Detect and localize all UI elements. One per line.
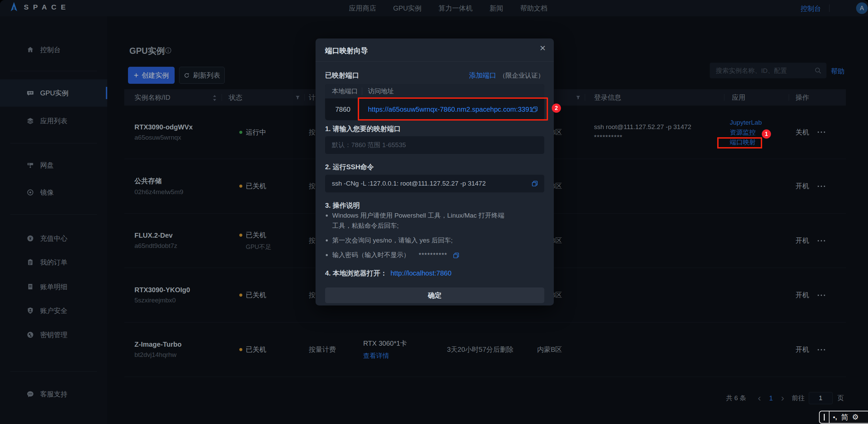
port-mapping-modal: 端口映射向导 × 已映射端口 添加端口 （限企业认证） 本地端口 访问地址 78… [316,38,554,305]
ime-toolbar[interactable]: •, 简 ⚙ [819,411,868,424]
modal-divider [316,61,554,62]
add-port-link[interactable]: 添加端口 [469,71,496,80]
bullet-text: Windows 用户请使用 Powershell 工具，Linux/Mac 打开… [332,210,505,231]
close-icon[interactable]: × [540,42,546,54]
bullet-text: 第一次会询问 yes/no，请输入 yes 后回车; [332,235,453,246]
tutorial-step-badge-2: 2 [552,104,561,113]
ime-divider [829,411,830,423]
tutorial-highlight-box-url [358,97,548,121]
instruction-bullet: 第一次会询问 yes/no，请输入 yes 后回车; [325,235,505,246]
mapped-ports-label: 已映射端口 [325,71,359,80]
url-col-header: 访问地址 [368,87,394,96]
app-window: SPACE 应用商店GPU实例算力一体机新闻帮助文档 控制台 A 控制台GPU实… [0,0,868,424]
bullet-text: 输入密码（输入时不显示） [332,250,410,260]
step4-title: 4. 本地浏览器打开： [325,269,387,278]
ssh-command-box: ssh -CNg -L :127.0.0.1: root@111.127.52.… [325,175,544,192]
port-col-header: 本地端口 [332,87,362,96]
copy-icon[interactable] [531,180,538,187]
table-divider [362,88,362,95]
step2-title: 2. 运行SSH命令 [325,162,374,172]
localhost-link[interactable]: http://localhost:7860 [390,269,451,277]
add-port-note: （限企业认证） [499,71,544,80]
step3-title: 3. 操作说明 [325,201,360,210]
port-input[interactable] [325,136,544,154]
ssh-command: ssh -CNg -L :127.0.0.1: root@111.127.52.… [332,180,531,187]
password-mask: ********** [419,250,447,260]
step1-title: 1. 请输入您要的映射端口 [325,124,401,134]
confirm-button[interactable]: 确定 [325,287,544,303]
tutorial-step-badge-1: 1 [762,129,771,139]
copy-icon[interactable] [453,252,460,258]
ime-caret [824,414,825,421]
bullet-dot [326,215,328,217]
modal-title: 端口映射向导 [325,46,368,56]
instruction-bullet: Windows 用户请使用 Powershell 工具，Linux/Mac 打开… [325,210,505,231]
ime-settings-gear-icon[interactable]: ⚙ [852,413,859,422]
ime-punctuation-icon[interactable]: •, [833,413,837,421]
instruction-bullet: 输入密码（输入时不显示）********** [325,250,505,260]
bullet-dot [326,239,328,241]
bullet-dot [326,254,328,256]
tutorial-highlight-box-port-mapping [717,137,762,148]
ime-language-mode[interactable]: 简 [841,412,848,422]
